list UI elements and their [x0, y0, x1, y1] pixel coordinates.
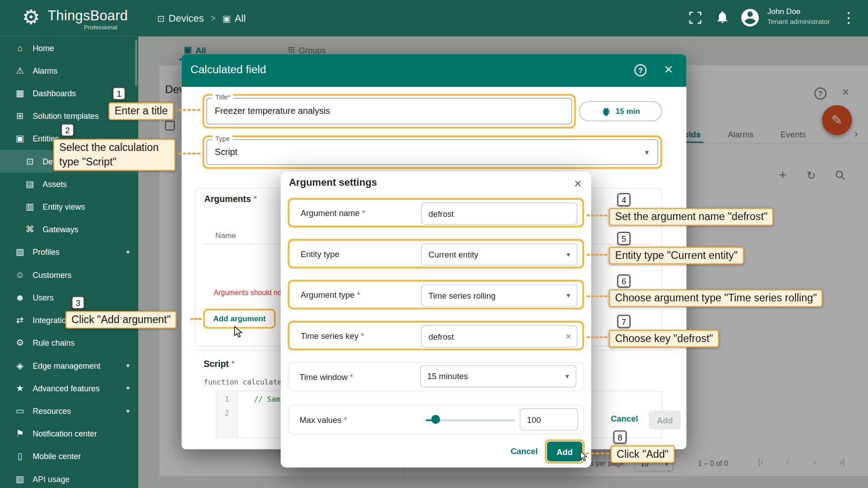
sidebar-item-alarms[interactable]: ⚠ Alarms: [0, 59, 138, 82]
sidebar-item-home[interactable]: ⌂ Home: [0, 37, 138, 59]
max-values-row: Max values *: [288, 405, 584, 434]
chevron-down-icon: ▾: [126, 384, 129, 392]
entity-type-select[interactable]: Current entity ▾: [421, 244, 577, 266]
sidebar-item-label: Customers: [33, 270, 71, 279]
mobile-center-icon: ▯: [14, 451, 25, 461]
line-number: 1: [217, 395, 238, 403]
breadcrumb-separator: >: [211, 13, 216, 23]
breadcrumb-all[interactable]: All: [235, 13, 246, 24]
chevron-down-icon: ▾: [126, 248, 129, 256]
annotation-1-note: Enter a title: [108, 103, 174, 120]
header-menu-button[interactable]: ⋮: [841, 9, 856, 26]
add-button-disabled[interactable]: Add: [649, 411, 681, 430]
time-series-key-input[interactable]: [422, 326, 558, 347]
profiles-icon: ▧: [14, 247, 25, 257]
dialog-close-button[interactable]: ×: [574, 177, 582, 190]
notifications-button[interactable]: [715, 10, 730, 24]
dialog-help-button[interactable]: ?: [634, 64, 646, 76]
required-star: *: [357, 290, 360, 300]
annotation-8-connector: [586, 453, 609, 455]
annotation-4-note: Set the argument name "defrost": [609, 208, 774, 225]
argument-type-label: Argument type *: [301, 290, 360, 300]
max-values-field[interactable]: [520, 408, 578, 431]
chevron-down-icon: ▾: [566, 372, 569, 380]
script-heading-text: Script: [204, 359, 229, 369]
annotation-5-badge: 5: [617, 232, 630, 245]
sidebar-item-label: Dashboards: [33, 89, 76, 98]
sidebar-item-gateways[interactable]: ⌘ Gateways: [0, 218, 138, 240]
customers-icon: ☺: [14, 270, 25, 280]
argument-name-field[interactable]: [421, 202, 577, 225]
argument-type-select[interactable]: Time series rolling ▾: [421, 284, 577, 306]
sidebar-item-api-usage[interactable]: ▨ API usage: [0, 468, 138, 488]
chevron-down-icon: ▾: [566, 291, 570, 300]
required-star: *: [362, 208, 365, 217]
home-icon: ⌂: [14, 43, 25, 53]
clear-icon[interactable]: ×: [566, 331, 571, 342]
type-field-highlight: Type Script ▾: [203, 136, 662, 169]
max-values-slider-thumb[interactable]: [431, 415, 440, 424]
time-series-key-field[interactable]: ×: [421, 325, 577, 347]
sidebar-item-label: Resources: [33, 406, 71, 415]
max-values-input[interactable]: [520, 409, 558, 430]
annotation-5-connector: [587, 254, 607, 256]
time-window-select[interactable]: 15 minutes ▾: [420, 365, 576, 387]
notification-center-icon: ⚑: [14, 428, 25, 439]
type-field-label: Type: [212, 135, 232, 143]
sidebar-item-assets[interactable]: ▤ Assets: [0, 173, 138, 195]
breadcrumb-devices[interactable]: Devices: [169, 13, 204, 24]
sidebar-item-entity-views[interactable]: ▥ Entity views: [0, 195, 138, 218]
sidebar-item-customers[interactable]: ☺ Customers: [0, 263, 138, 286]
title-field[interactable]: Title*: [207, 98, 572, 125]
dashboards-icon: ▦: [14, 88, 25, 99]
annotation-6-badge: 6: [617, 274, 630, 287]
sidebar-item-resources[interactable]: ▭ Resources ▾: [0, 399, 138, 422]
argument-name-row: Argument name *: [288, 198, 584, 227]
arguments-heading-text: Arguments: [204, 194, 251, 204]
annotation-6-note: Choose argument type "Time series rollin…: [609, 289, 823, 307]
solution-templates-icon: ⊞: [14, 111, 25, 121]
users-icon: ☻: [14, 292, 25, 302]
sidebar-item-mobile-center[interactable]: ▯ Mobile center: [0, 445, 138, 467]
add-button-highlight: Add: [545, 439, 585, 464]
required-star: *: [231, 359, 235, 369]
sidebar-item-rule-chains[interactable]: ⚙ Rule chains: [0, 331, 138, 354]
entity-views-icon: ▥: [24, 202, 35, 212]
arguments-heading: Arguments *: [204, 194, 257, 204]
title-field-label: Title*: [212, 94, 233, 101]
annotation-3-badge: 3: [71, 296, 85, 309]
add-button[interactable]: Add: [547, 441, 582, 461]
user-avatar[interactable]: [740, 7, 761, 28]
sidebar-item-label: Mobile center: [33, 452, 81, 461]
argument-name-input[interactable]: [422, 203, 558, 224]
app-name: ThingsBoard: [47, 8, 128, 24]
annotation-1-connector: [178, 109, 200, 111]
field-label: Max values: [299, 415, 341, 424]
sidebar-item-label: Solution templates: [33, 112, 99, 121]
time-window-label: Time window *: [299, 372, 353, 381]
cancel-button[interactable]: Cancel: [510, 446, 538, 456]
debug-mode-chip[interactable]: 15 min: [579, 101, 662, 121]
cancel-button[interactable]: Cancel: [608, 414, 641, 423]
dialog-close-button[interactable]: ×: [664, 62, 673, 76]
sidebar-item-edge-management[interactable]: ◈ Edge management ▾: [0, 354, 138, 377]
chevron-down-icon: ▾: [126, 361, 129, 369]
sidebar-item-notification-center[interactable]: ⚑ Notification center: [0, 422, 138, 445]
fullscreen-button[interactable]: [688, 10, 703, 25]
annotation-7-badge: 7: [617, 315, 630, 328]
bug-icon: [601, 106, 611, 116]
api-usage-icon: ▨: [14, 474, 25, 484]
type-select[interactable]: Type Script ▾: [207, 140, 658, 165]
sidebar-item-profiles[interactable]: ▧ Profiles ▾: [0, 241, 138, 263]
field-label: Time series key: [301, 331, 359, 340]
annotation-8-badge: 8: [613, 431, 627, 444]
devices-icon: ⊡: [24, 156, 35, 166]
sidebar-item-users[interactable]: ☻ Users: [0, 286, 138, 309]
required-star: *: [361, 331, 364, 340]
title-input[interactable]: [207, 99, 549, 124]
add-argument-button[interactable]: Add argument: [213, 314, 265, 324]
annotation-3-connector: [190, 318, 201, 320]
sidebar-item-advanced-features[interactable]: ★ Advanced features ▾: [0, 377, 138, 399]
sidebar-item-label: Alarms: [33, 66, 57, 75]
annotation-4-badge: 4: [617, 193, 630, 206]
